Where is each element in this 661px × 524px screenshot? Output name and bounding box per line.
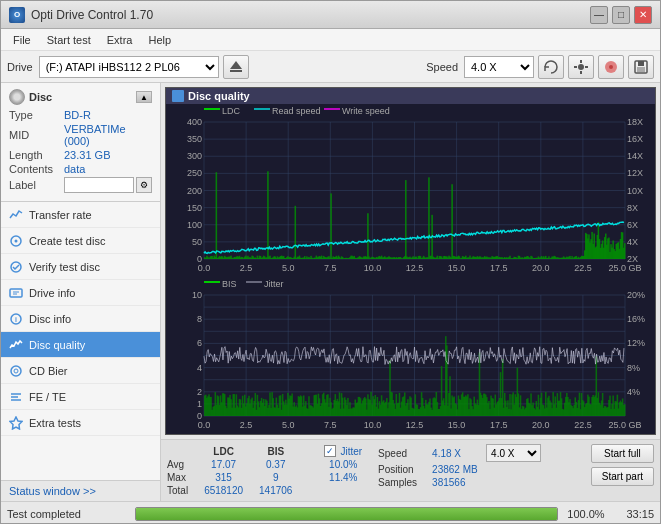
start-full-button[interactable]: Start full [591, 444, 654, 463]
svg-point-20 [11, 366, 21, 376]
bis-col-header: BIS [251, 444, 300, 458]
svg-point-13 [15, 239, 18, 242]
disc-visual [9, 89, 25, 105]
sidebar-item-create-test-disc[interactable]: Create test disc [1, 228, 160, 254]
jitter-label: Jitter [340, 446, 362, 457]
close-button[interactable]: ✕ [634, 6, 652, 24]
sidebar-item-extra-tests[interactable]: Extra tests [1, 410, 160, 436]
jitter-checkbox[interactable]: ✓ [324, 445, 336, 457]
svg-point-8 [609, 65, 613, 69]
max-bis: 9 [251, 471, 300, 484]
menu-start-test[interactable]: Start test [39, 32, 99, 48]
samples-label: Samples [378, 477, 428, 488]
label-input[interactable] [64, 177, 134, 193]
save-button[interactable] [628, 55, 654, 79]
toolbar: Drive (F:) ATAPI iHBS112 2 PL06 Speed 4.… [1, 51, 660, 83]
sidebar-item-disc-quality[interactable]: Disc quality [1, 332, 160, 358]
sidebar-item-transfer-rate[interactable]: Transfer rate [1, 202, 160, 228]
position-value: 23862 MB [432, 464, 482, 475]
avg-bis: 0.37 [251, 458, 300, 471]
titlebar: O Opti Drive Control 1.70 — □ ✕ [1, 1, 660, 29]
avg-row-label: Avg [167, 458, 196, 471]
stats-table: LDC BIS ✓ Jitter Avg 17.07 0. [167, 444, 370, 497]
svg-rect-1 [230, 70, 242, 72]
main-layout: Disc ▲ Type BD-R MID VERBATIMe (000) Len… [1, 83, 660, 501]
svg-rect-10 [638, 61, 644, 66]
settings-button[interactable] [568, 55, 594, 79]
speed-select-control[interactable]: 4.0 X [486, 444, 541, 462]
total-row-label: Total [167, 484, 196, 497]
avg-ldc: 17.07 [196, 458, 251, 471]
disc-title: Disc [29, 91, 52, 103]
start-part-button[interactable]: Start part [591, 467, 654, 486]
content-area: Disc quality LDC BIS [161, 83, 660, 501]
progress-fill [136, 508, 557, 520]
svg-rect-11 [637, 67, 645, 72]
statusbar: Test completed 100.0% 33:15 [1, 501, 660, 524]
sidebar-item-drive-info[interactable]: Drive info [1, 280, 160, 306]
stats-area: LDC BIS ✓ Jitter Avg 17.07 0. [161, 439, 660, 501]
svg-rect-5 [574, 66, 577, 68]
disc-button[interactable] [598, 55, 624, 79]
max-ldc: 315 [196, 471, 251, 484]
label-set-button[interactable]: ⚙ [136, 177, 152, 193]
ldc-canvas [166, 104, 655, 277]
maximize-button[interactable]: □ [612, 6, 630, 24]
action-buttons: Start full Start part [591, 444, 654, 486]
drive-select[interactable]: (F:) ATAPI iHBS112 2 PL06 [39, 56, 219, 78]
disc-panel: Disc ▲ Type BD-R MID VERBATIMe (000) Len… [1, 83, 160, 202]
samples-value: 381566 [432, 477, 482, 488]
svg-point-21 [14, 369, 18, 373]
minimize-button[interactable]: — [590, 6, 608, 24]
menubar: File Start test Extra Help [1, 29, 660, 51]
svg-marker-25 [10, 417, 22, 429]
sidebar-item-cd-bier[interactable]: CD Bier [1, 358, 160, 384]
mid-label: MID [9, 129, 64, 141]
contents-label: Contents [9, 163, 64, 175]
total-bis: 141706 [251, 484, 300, 497]
refresh-button[interactable] [538, 55, 564, 79]
speed-label: Speed [426, 61, 458, 73]
sidebar-item-verify-test-disc[interactable]: Verify test disc [1, 254, 160, 280]
status-text: Test completed [7, 508, 127, 520]
ldc-col-header: LDC [196, 444, 251, 458]
chart-title-text: Disc quality [188, 90, 250, 102]
type-value: BD-R [64, 109, 91, 121]
jitter-avg: 10.0% [316, 458, 370, 471]
menu-file[interactable]: File [5, 32, 39, 48]
svg-rect-4 [580, 71, 582, 74]
window-controls: — □ ✕ [590, 6, 652, 24]
ldc-chart [166, 104, 655, 277]
menu-extra[interactable]: Extra [99, 32, 141, 48]
disc-eject-button[interactable]: ▲ [136, 91, 152, 103]
progress-bar [135, 507, 558, 521]
svg-rect-3 [580, 60, 582, 63]
speed-value: 4.18 X [432, 448, 482, 459]
label-label: Label [9, 179, 64, 191]
total-ldc: 6518120 [196, 484, 251, 497]
chart-title-icon [172, 90, 184, 102]
menu-help[interactable]: Help [140, 32, 179, 48]
svg-rect-6 [585, 66, 588, 68]
status-window-button[interactable]: Status window >> [9, 485, 96, 497]
charts-container [166, 104, 655, 434]
bis-chart [166, 277, 655, 434]
length-label: Length [9, 149, 64, 161]
speed-label: Speed [378, 448, 428, 459]
app-title: Opti Drive Control 1.70 [31, 8, 590, 22]
svg-rect-15 [10, 289, 22, 297]
max-row-label: Max [167, 471, 196, 484]
contents-value: data [64, 163, 85, 175]
progress-percentage: 100.0% [566, 508, 606, 520]
sidebar-item-fe-te[interactable]: FE / TE [1, 384, 160, 410]
eject-button[interactable] [223, 55, 249, 79]
bis-canvas [166, 277, 655, 434]
svg-point-2 [578, 64, 584, 70]
sidebar: Disc ▲ Type BD-R MID VERBATIMe (000) Len… [1, 83, 161, 501]
type-label: Type [9, 109, 64, 121]
svg-marker-0 [230, 61, 242, 69]
position-label: Position [378, 464, 428, 475]
jitter-max: 11.4% [316, 471, 370, 484]
sidebar-item-disc-info[interactable]: i Disc info [1, 306, 160, 332]
speed-select[interactable]: 4.0 X [464, 56, 534, 78]
